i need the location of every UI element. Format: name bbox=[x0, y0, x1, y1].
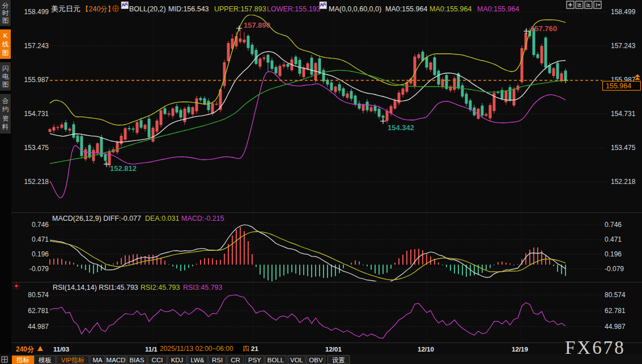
svg-text:-0.079: -0.079 bbox=[29, 265, 49, 273]
svg-text:158.499: 158.499 bbox=[24, 8, 49, 16]
svg-text:图: 图 bbox=[2, 17, 9, 24]
svg-text:电: 电 bbox=[2, 73, 9, 80]
svg-text:0.471: 0.471 bbox=[605, 235, 622, 243]
svg-text:RSI3:45.793: RSI3:45.793 bbox=[183, 284, 223, 292]
svg-text:线: 线 bbox=[2, 41, 9, 48]
svg-text:RSI: RSI bbox=[212, 357, 223, 363]
svg-text:CCI: CCI bbox=[152, 357, 163, 363]
svg-text:0.196: 0.196 bbox=[32, 250, 49, 258]
svg-text:0.746: 0.746 bbox=[32, 221, 49, 229]
svg-text:资: 资 bbox=[2, 115, 9, 122]
svg-text:21: 21 bbox=[251, 345, 258, 352]
svg-text:【240分】: 【240分】 bbox=[82, 5, 114, 13]
svg-text:KDJ: KDJ bbox=[171, 357, 184, 363]
svg-text:MA0:155.964: MA0:155.964 bbox=[477, 5, 519, 13]
svg-text:153.475: 153.475 bbox=[24, 144, 49, 152]
svg-text:PSY: PSY bbox=[248, 357, 261, 363]
svg-text:K: K bbox=[3, 32, 8, 39]
svg-text:80.574: 80.574 bbox=[28, 291, 49, 299]
svg-text:BOLL(20,2): BOLL(20,2) bbox=[129, 5, 166, 13]
svg-text:12/10: 12/10 bbox=[418, 346, 434, 353]
svg-text:154.342: 154.342 bbox=[388, 123, 414, 132]
svg-text:MA(0,0,0,60,0,0): MA(0,0,0,60,0,0) bbox=[329, 5, 381, 13]
svg-text:44.987: 44.987 bbox=[28, 323, 49, 331]
svg-text:四: 四 bbox=[243, 345, 249, 353]
svg-text:MA: MA bbox=[92, 357, 103, 363]
svg-text:LOWER:155.193: LOWER:155.193 bbox=[267, 5, 321, 13]
svg-text:157.243: 157.243 bbox=[24, 42, 49, 50]
svg-text:合: 合 bbox=[2, 97, 9, 104]
svg-text:UPPER:157.893: UPPER:157.893 bbox=[214, 5, 266, 13]
svg-text:MID:156.543: MID:156.543 bbox=[168, 5, 209, 13]
svg-text:152.218: 152.218 bbox=[24, 178, 49, 186]
svg-text:MA0:155.964: MA0:155.964 bbox=[385, 5, 427, 13]
svg-text:158.499: 158.499 bbox=[611, 8, 636, 16]
svg-text:80.574: 80.574 bbox=[605, 291, 626, 299]
svg-text:DEA:0.031: DEA:0.031 bbox=[145, 215, 180, 222]
svg-text:CR: CR bbox=[231, 357, 240, 363]
svg-text:0.196: 0.196 bbox=[605, 250, 622, 258]
svg-text:图: 图 bbox=[2, 49, 9, 56]
svg-text:12/01: 12/01 bbox=[325, 346, 342, 353]
svg-text:BIAS: BIAS bbox=[129, 357, 144, 363]
svg-text:11/1: 11/1 bbox=[145, 346, 158, 353]
svg-text:LW&: LW& bbox=[190, 357, 204, 363]
svg-text:时: 时 bbox=[2, 10, 9, 16]
svg-text:62.781: 62.781 bbox=[28, 307, 49, 315]
svg-text:12/19: 12/19 bbox=[512, 346, 528, 353]
svg-text:RSI(14,14,14) RSI1:45.793: RSI(14,14,14) RSI1:45.793 bbox=[53, 284, 138, 292]
svg-text:155.964: 155.964 bbox=[606, 82, 631, 90]
svg-text:MACD: MACD bbox=[107, 357, 126, 363]
svg-text:152.812: 152.812 bbox=[110, 164, 137, 173]
svg-text:图: 图 bbox=[2, 81, 9, 88]
svg-text:MACD:-0.215: MACD:-0.215 bbox=[181, 215, 224, 222]
svg-text:153.475: 153.475 bbox=[611, 144, 636, 152]
svg-text:154.731: 154.731 bbox=[24, 110, 49, 118]
svg-text:BOLL: BOLL bbox=[267, 357, 284, 363]
svg-text:MA0:155.964: MA0:155.964 bbox=[430, 5, 471, 13]
svg-text:0.746: 0.746 bbox=[605, 221, 622, 229]
svg-text:RSI2:45.793: RSI2:45.793 bbox=[141, 284, 180, 292]
svg-text:0.471: 0.471 bbox=[32, 235, 49, 243]
svg-text:44.987: 44.987 bbox=[605, 323, 626, 331]
svg-text:料: 料 bbox=[2, 123, 9, 130]
svg-text:模板: 模板 bbox=[39, 357, 52, 363]
svg-text:157.760: 157.760 bbox=[530, 24, 557, 33]
svg-text:OBV: OBV bbox=[309, 357, 323, 363]
svg-text:美元日元: 美元日元 bbox=[51, 5, 80, 13]
svg-text:闪: 闪 bbox=[2, 65, 9, 72]
svg-text:152.218: 152.218 bbox=[611, 178, 636, 186]
svg-text:分: 分 bbox=[2, 2, 9, 9]
svg-text:设置: 设置 bbox=[332, 357, 345, 363]
svg-text:VOL: VOL bbox=[290, 357, 304, 363]
svg-text:指标: 指标 bbox=[16, 357, 29, 363]
svg-text:2025/11/13 02:00~06:00: 2025/11/13 02:00~06:00 bbox=[160, 345, 233, 353]
svg-text:11/03: 11/03 bbox=[53, 346, 69, 353]
svg-text:157.890: 157.890 bbox=[244, 21, 270, 29]
svg-text:157.243: 157.243 bbox=[611, 42, 636, 50]
svg-text:-0.079: -0.079 bbox=[605, 265, 624, 273]
svg-text:约: 约 bbox=[2, 106, 9, 113]
svg-text:240分: 240分 bbox=[16, 345, 35, 353]
svg-text:155.987: 155.987 bbox=[24, 76, 49, 84]
svg-text:VIP指标: VIP指标 bbox=[61, 357, 85, 363]
svg-text:MACD(26,12,9) DIFF:-0.077: MACD(26,12,9) DIFF:-0.077 bbox=[52, 215, 141, 222]
svg-text:62.781: 62.781 bbox=[605, 307, 626, 315]
svg-text:154.731: 154.731 bbox=[611, 110, 636, 118]
